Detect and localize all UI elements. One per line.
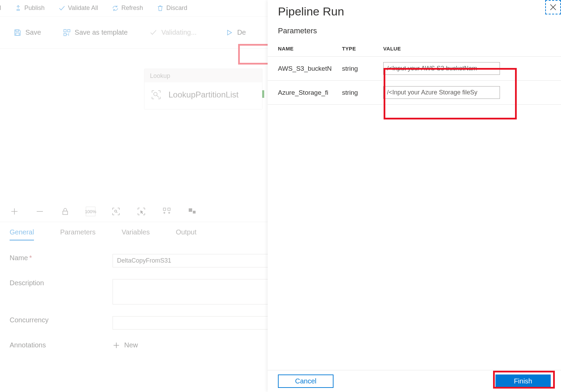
panel-title: Pipeline Run — [268, 0, 561, 20]
param-value-input[interactable] — [383, 62, 500, 75]
cancel-button[interactable]: Cancel — [278, 374, 334, 388]
param-type: string — [332, 57, 373, 81]
column-value-header: VALUE — [373, 42, 561, 57]
panel-footer: Cancel Finish — [268, 370, 561, 392]
panel-subtitle: Parameters — [268, 20, 561, 42]
column-type-header: TYPE — [332, 42, 373, 57]
table-row: AWS_S3_bucketN string — [268, 57, 561, 81]
param-value-input[interactable] — [383, 86, 500, 99]
column-name-header: NAME — [268, 42, 332, 57]
pipeline-run-panel: Pipeline Run Parameters NAME TYPE VALUE … — [268, 0, 561, 392]
close-button[interactable] — [545, 0, 561, 14]
table-row: Azure_Storage_fi string — [268, 81, 561, 105]
param-name: Azure_Storage_fi — [268, 81, 332, 105]
finish-button[interactable]: Finish — [495, 374, 551, 388]
parameters-table: NAME TYPE VALUE AWS_S3_bucketN string Az… — [268, 42, 561, 105]
modal-dim — [0, 0, 268, 392]
param-type: string — [332, 81, 373, 105]
param-name: AWS_S3_bucketN — [268, 57, 332, 81]
